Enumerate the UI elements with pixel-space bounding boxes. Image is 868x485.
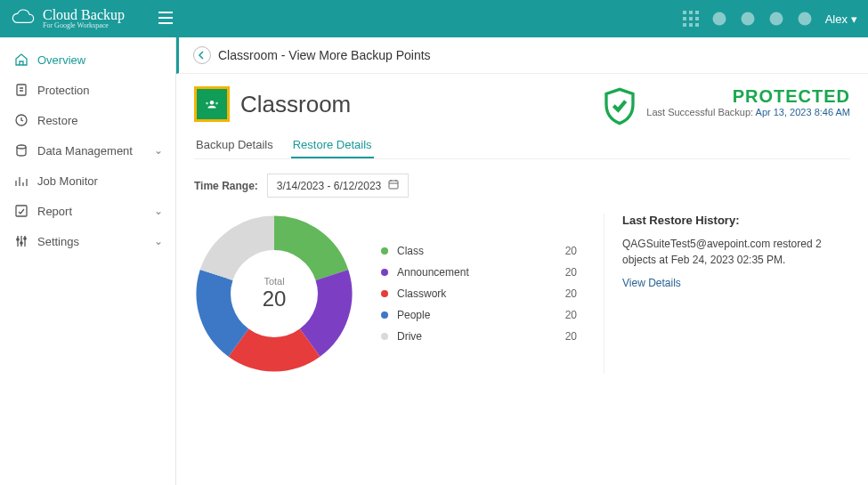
legend-item: Announcement20	[381, 266, 577, 279]
legend-dot	[381, 290, 388, 297]
main-content: Classroom - View More Backup Points Clas…	[176, 37, 868, 485]
sidebar-item-label: Report	[37, 205, 72, 218]
sidebar-item-label: Settings	[37, 235, 79, 248]
user-menu[interactable]: Alex ▾	[825, 12, 857, 26]
sidebar-item-label: Data Management	[37, 144, 133, 158]
legend-value: 20	[565, 287, 577, 300]
svg-rect-19	[16, 206, 27, 216]
chevron-down-icon: ⌄	[154, 235, 163, 247]
brand: Cloud Backup For Google Workspace	[43, 8, 125, 29]
tab-restore-details[interactable]: Restore Details	[291, 133, 374, 158]
svg-point-25	[206, 102, 208, 105]
tabs: Backup DetailsRestore Details	[194, 133, 850, 159]
page-title-block: Classroom	[194, 86, 351, 122]
chart-legend: Class20Announcement20Classwork20People20…	[381, 245, 577, 343]
bell-icon[interactable]	[711, 11, 727, 27]
restore-history-heading: Last Restore History:	[622, 214, 835, 227]
svg-rect-4	[689, 11, 693, 14]
help-icon[interactable]	[797, 11, 813, 27]
svg-point-22	[24, 238, 26, 239]
sidebar-item-label: Overview	[37, 53, 85, 67]
topbar-right: Alex ▾	[683, 11, 857, 27]
restore-history-text: QAGSuiteTest5@avepoint.com restored 2 ob…	[622, 236, 835, 268]
sidebar: OverviewProtectionRestoreData Management…	[0, 37, 176, 485]
view-details-link[interactable]: View Details	[622, 277, 681, 289]
svg-point-21	[20, 242, 22, 244]
topbar-left: Cloud Backup For Google Workspace	[11, 5, 173, 33]
upload-icon[interactable]	[768, 11, 784, 27]
legend-value: 20	[565, 309, 577, 321]
svg-rect-16	[17, 85, 26, 95]
tab-backup-details[interactable]: Backup Details	[194, 133, 275, 158]
legend-item: People20	[381, 309, 577, 321]
legend-dot	[381, 247, 388, 255]
svg-rect-10	[689, 23, 693, 27]
svg-rect-11	[695, 23, 699, 27]
cloud-logo-icon	[11, 5, 36, 33]
user-name: Alex	[825, 12, 848, 26]
last-backup-prefix: Last Successful Backup:	[646, 107, 753, 117]
top-bar: Cloud Backup For Google Workspace Alex ▾	[0, 0, 868, 37]
legend-dot	[381, 333, 388, 340]
history-icon	[14, 113, 28, 127]
svg-point-13	[741, 12, 754, 26]
svg-point-18	[17, 145, 26, 149]
classroom-app-icon	[194, 86, 230, 122]
menu-toggle-icon[interactable]	[158, 12, 173, 27]
legend-item: Classwork20	[381, 287, 577, 300]
status-label: PROTECTED	[646, 86, 850, 107]
svg-point-14	[769, 12, 783, 26]
legend-name: Announcement	[397, 266, 556, 279]
sidebar-item-restore[interactable]: Restore	[0, 105, 175, 135]
legend-value: 20	[565, 330, 577, 343]
apps-grid-icon[interactable]	[683, 11, 699, 27]
legend-value: 20	[565, 266, 577, 279]
time-range-row: Time Range: 3/14/2023 - 6/12/2023	[194, 174, 850, 198]
legend-value: 20	[565, 245, 577, 257]
svg-rect-5	[695, 11, 699, 14]
donut-center-label: Total	[264, 276, 284, 287]
sidebar-item-label: Protection	[37, 84, 90, 97]
face-icon[interactable]	[740, 11, 756, 27]
sidebar-item-label: Restore	[37, 114, 78, 127]
svg-rect-3	[683, 11, 686, 14]
legend-name: Drive	[397, 330, 556, 343]
chevron-down-icon: ⌄	[154, 205, 163, 217]
breadcrumb-bar: Classroom - View More Backup Points	[176, 37, 868, 74]
time-range-value: 3/14/2023 - 6/12/2023	[277, 180, 381, 192]
back-button[interactable]	[193, 46, 211, 64]
sidebar-item-protection[interactable]: Protection	[0, 75, 175, 105]
sliders-icon	[14, 234, 28, 248]
sidebar-item-settings[interactable]: Settings⌄	[0, 226, 175, 256]
svg-rect-27	[389, 181, 398, 189]
svg-rect-7	[689, 17, 693, 20]
svg-rect-8	[695, 17, 699, 20]
svg-point-15	[798, 12, 811, 26]
protection-status: PROTECTED Last Successful Backup: Apr 13…	[602, 86, 850, 122]
sidebar-item-report[interactable]: Report⌄	[0, 196, 175, 226]
legend-name: Classwork	[397, 287, 556, 300]
database-icon	[14, 143, 28, 158]
sidebar-item-data-management[interactable]: Data Management⌄	[0, 135, 175, 166]
home-icon	[14, 53, 28, 67]
sidebar-item-job-monitor[interactable]: Job Monitor	[0, 166, 175, 196]
donut-chart: Total 20	[194, 214, 354, 374]
sidebar-item-overview[interactable]: Overview	[0, 44, 175, 75]
legend-name: Class	[397, 245, 556, 257]
legend-item: Drive20	[381, 330, 577, 343]
svg-point-26	[215, 102, 218, 105]
last-backup-time-link[interactable]: Apr 13, 2023 8:46 AM	[756, 107, 850, 117]
time-range-picker[interactable]: 3/14/2023 - 6/12/2023	[267, 174, 409, 198]
shield-check-icon	[602, 86, 637, 122]
chevron-down-icon: ⌄	[154, 144, 163, 157]
restore-history-panel: Last Restore History: QAGSuiteTest5@avep…	[604, 214, 835, 374]
report-icon	[14, 204, 28, 218]
sidebar-item-label: Job Monitor	[37, 174, 98, 188]
legend-dot	[381, 311, 388, 319]
svg-point-12	[712, 12, 726, 26]
donut-center-value: 20	[263, 287, 287, 311]
svg-point-24	[210, 101, 215, 105]
page-title: Classroom	[240, 91, 351, 118]
legend-item: Class20	[381, 245, 577, 257]
time-range-label: Time Range:	[194, 180, 258, 192]
